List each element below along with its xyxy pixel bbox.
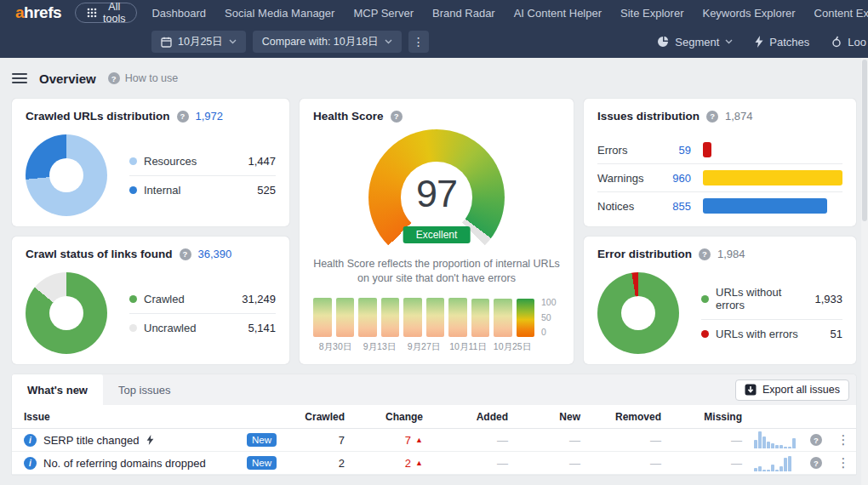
trend-bar[interactable] bbox=[336, 298, 355, 337]
trend-bar[interactable] bbox=[471, 299, 490, 337]
info-icon[interactable]: i bbox=[24, 434, 37, 447]
trend-bar[interactable] bbox=[517, 299, 535, 337]
table-row-serp-title-changed[interactable]: i SERP title changed New 7 7 ▲ — — — — ? bbox=[12, 429, 856, 452]
legend-dot bbox=[701, 330, 709, 338]
error-distribution-donut-chart[interactable] bbox=[597, 272, 679, 354]
scrollbar[interactable] bbox=[861, 58, 868, 485]
column-header-new[interactable]: New bbox=[511, 411, 584, 423]
nav-item-site-explorer[interactable]: Site Explorer bbox=[611, 7, 693, 20]
issue-row-warnings[interactable]: Warnings 960 bbox=[597, 163, 842, 191]
toolbar-kebab-menu[interactable]: ⋮ bbox=[408, 31, 429, 53]
ahrefs-logo[interactable]: a hrefs bbox=[15, 3, 61, 22]
calendar-icon bbox=[161, 37, 172, 48]
crawled-value: 2 bbox=[288, 457, 348, 470]
scrollbar-thumb[interactable] bbox=[862, 60, 867, 221]
table-tabbar: What's new Top issues Export all issues bbox=[12, 374, 856, 405]
hamburger-menu-icon[interactable] bbox=[12, 73, 27, 83]
legend-dot bbox=[129, 324, 137, 332]
info-icon[interactable]: i bbox=[24, 457, 37, 470]
legend-row-urls-without-errors[interactable]: URLs without errors 1,933 bbox=[701, 278, 842, 319]
error-distribution-legend: URLs without errors 1,933 URLs with erro… bbox=[701, 278, 842, 348]
issues-rows: Errors 59 Warnings 960 Not bbox=[597, 136, 842, 220]
all-tools-button[interactable]: All tools bbox=[75, 3, 137, 23]
trend-bar[interactable] bbox=[448, 298, 467, 337]
triangle-up-icon: ▲ bbox=[415, 436, 423, 444]
app-root: a hrefs All tools Dashboard Social Media… bbox=[0, 0, 868, 485]
card-crawled-urls-distribution: Crawled URLs distribution ? 1,972 Resour… bbox=[12, 99, 289, 226]
chevron-down-icon bbox=[725, 39, 733, 44]
legend-row-crawled[interactable]: Crawled 31,249 bbox=[129, 285, 276, 313]
help-circle-icon[interactable]: ? bbox=[810, 457, 822, 469]
crawled-urls-donut-chart[interactable] bbox=[26, 134, 107, 216]
new-value: — bbox=[511, 457, 584, 470]
removed-value: — bbox=[584, 457, 665, 470]
tab-top-issues[interactable]: Top issues bbox=[103, 374, 186, 405]
added-value: — bbox=[426, 434, 511, 447]
nav-item-social-media-manager[interactable]: Social Media Manager bbox=[215, 7, 344, 20]
nav-item-brand-radar[interactable]: Brand Radar bbox=[423, 7, 505, 20]
legend-row-urls-with-errors[interactable]: URLs with errors 51 bbox=[701, 319, 842, 348]
help-circle-icon[interactable]: ? bbox=[180, 248, 191, 260]
errors-count-link[interactable]: 59 bbox=[664, 144, 703, 157]
log-button[interactable]: Loo bbox=[831, 36, 866, 48]
help-circle-icon[interactable]: ? bbox=[699, 248, 711, 260]
legend-row-internal[interactable]: Internal 525 bbox=[129, 175, 276, 204]
help-circle-icon[interactable]: ? bbox=[177, 111, 189, 123]
column-header-change[interactable]: Change bbox=[348, 411, 426, 423]
nav-item-ai-content-helper[interactable]: AI Content Helper bbox=[505, 7, 611, 20]
column-header-issue[interactable]: Issue bbox=[12, 411, 288, 423]
issue-sparkline-chart bbox=[745, 454, 802, 471]
tab-whats-new[interactable]: What's new bbox=[12, 374, 103, 405]
links-total-link[interactable]: 36,390 bbox=[198, 248, 232, 260]
nav-item-keywords-explorer[interactable]: Keywords Explorer bbox=[693, 7, 804, 20]
card-title: Health Score bbox=[313, 110, 384, 123]
help-circle-icon[interactable]: ? bbox=[391, 111, 403, 123]
health-score-trend-chart: 100 50 0 bbox=[313, 298, 560, 337]
removed-value: — bbox=[584, 434, 665, 447]
export-all-issues-button[interactable]: Export all issues bbox=[735, 379, 849, 401]
row-kebab-menu[interactable]: ⋮ bbox=[831, 432, 856, 448]
compare-with-button[interactable]: Compare with: 10月18日 bbox=[253, 31, 402, 53]
legend-row-resources[interactable]: Resources 1,447 bbox=[129, 147, 276, 175]
card-title: Issues distribution bbox=[597, 110, 700, 123]
primary-nav: Dashboard Social Media Manager MCP Serve… bbox=[142, 7, 868, 20]
help-circle-icon[interactable]: ? bbox=[706, 111, 718, 123]
nav-item-dashboard[interactable]: Dashboard bbox=[142, 7, 215, 20]
chevron-down-icon bbox=[385, 39, 392, 44]
legend-dot bbox=[129, 186, 137, 194]
trend-bar[interactable] bbox=[381, 298, 400, 337]
segment-button[interactable]: Segment bbox=[657, 36, 733, 48]
column-header-removed[interactable]: Removed bbox=[584, 411, 665, 423]
column-header-crawled[interactable]: Crawled bbox=[288, 411, 348, 423]
issue-name[interactable]: No. of referring domains dropped bbox=[43, 457, 206, 470]
date-picker-button[interactable]: 10月25日 bbox=[151, 31, 246, 53]
how-to-use-link[interactable]: ? How to use bbox=[108, 72, 179, 84]
main-nav-row: a hrefs All tools Dashboard Social Media… bbox=[0, 0, 868, 26]
change-value: 2 ▲ bbox=[348, 457, 426, 470]
warnings-count-link[interactable]: 960 bbox=[664, 172, 703, 185]
row-kebab-menu[interactable]: ⋮ bbox=[831, 455, 856, 471]
issue-row-errors[interactable]: Errors 59 bbox=[597, 136, 842, 163]
trend-bar[interactable] bbox=[403, 298, 422, 337]
trend-bar[interactable] bbox=[426, 298, 445, 337]
column-header-added[interactable]: Added bbox=[426, 411, 511, 423]
patches-button[interactable]: Patches bbox=[755, 36, 809, 48]
crawl-status-donut-chart[interactable] bbox=[26, 272, 107, 354]
table-row-referring-domains-dropped[interactable]: i No. of referring domains dropped New 2… bbox=[12, 452, 856, 475]
trend-bars bbox=[313, 298, 534, 337]
trend-bar[interactable] bbox=[358, 298, 377, 337]
crawled-urls-total-link[interactable]: 1,972 bbox=[196, 110, 224, 123]
issue-row-notices[interactable]: Notices 855 bbox=[597, 191, 842, 220]
trend-bar[interactable] bbox=[494, 299, 512, 337]
notices-count-link[interactable]: 855 bbox=[664, 200, 703, 213]
cards-grid: Crawled URLs distribution ? 1,972 Resour… bbox=[12, 99, 856, 364]
issue-sparkline-chart bbox=[745, 431, 802, 448]
nav-item-mcp-server[interactable]: MCP Server bbox=[344, 7, 423, 20]
trend-bar[interactable] bbox=[313, 298, 332, 337]
issue-name[interactable]: SERP title changed bbox=[43, 434, 140, 447]
column-header-missing[interactable]: Missing bbox=[665, 411, 745, 423]
legend-row-uncrawled[interactable]: Uncrawled 5,141 bbox=[129, 313, 276, 342]
nav-item-content-explorer[interactable]: Content Explorer bbox=[805, 7, 868, 20]
help-circle-icon[interactable]: ? bbox=[810, 434, 822, 446]
log-label: Loo bbox=[848, 36, 866, 48]
